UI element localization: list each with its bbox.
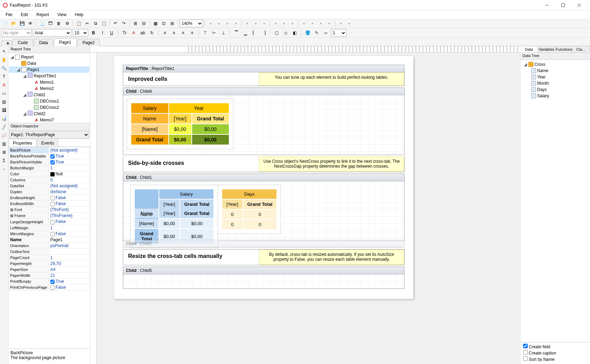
text-tool[interactable]: T xyxy=(1,74,7,80)
ct1-name[interactable]: Name xyxy=(131,114,168,124)
highlight-button[interactable]: ab xyxy=(139,29,147,37)
extra-7-button[interactable]: ▫ xyxy=(260,20,268,27)
band-child2-hidden[interactable]: Child : Child2 xyxy=(123,240,405,248)
ctb-v1[interactable]: $0,00 xyxy=(159,219,180,228)
extra-9-button[interactable]: ▫ xyxy=(280,20,288,27)
align-right-button[interactable]: ≡ xyxy=(179,29,187,37)
prop-row-dataset[interactable]: DataSet(Not assigned) xyxy=(9,183,90,189)
preview-button[interactable]: 👁 xyxy=(27,20,34,27)
ct1-gt-2[interactable]: $0,00 xyxy=(192,135,229,145)
prop-row-paperheight[interactable]: PaperHeight29,70 xyxy=(9,260,90,266)
prop-row-pagecount[interactable]: PageCount1 xyxy=(9,254,90,260)
extra-14-button[interactable]: ▫ xyxy=(325,20,333,27)
data-field-name[interactable]: Name xyxy=(522,68,589,74)
ct1-year-col[interactable]: [Year] xyxy=(169,114,191,124)
save-button[interactable]: 💾 xyxy=(18,20,26,27)
sigma-tool[interactable]: Σ xyxy=(1,158,7,164)
align-center-button[interactable]: ≡ xyxy=(170,29,178,37)
report-tree[interactable]: ◢Report Data ◢Page1 ◢ReportTitle1 AMemo1… xyxy=(8,53,90,123)
data-field-month[interactable]: Month xyxy=(522,80,589,86)
extra-16-button[interactable]: ▫ xyxy=(345,20,353,27)
cut-button[interactable]: ✂ xyxy=(83,20,91,27)
zoom-tool[interactable]: 🔍 xyxy=(1,65,7,71)
prop-row-endlesswidth[interactable]: EndlessWidthFalse xyxy=(9,201,90,207)
prop-row-columns[interactable]: Columns0 xyxy=(9,177,90,183)
menu-file[interactable]: File xyxy=(2,12,16,18)
prop-row-backpicture[interactable]: BackPicture(Not assigned) xyxy=(9,147,90,153)
undo-button[interactable]: ↶ xyxy=(112,20,119,27)
tree-node-page1[interactable]: ◢Page1 xyxy=(9,66,89,73)
font-color-button[interactable]: A xyxy=(130,29,138,37)
data-field-salary[interactable]: Salary xyxy=(522,93,589,99)
redo-button[interactable]: ↷ xyxy=(120,20,128,27)
new-dialog-button[interactable]: 🗔 xyxy=(47,20,54,27)
align-justify-button[interactable]: ≡ xyxy=(188,29,196,37)
ct1-salary[interactable]: Salary xyxy=(131,103,168,113)
select-tool[interactable]: ↖ xyxy=(1,48,7,55)
cty-v3[interactable]: 0 xyxy=(222,220,243,229)
tab-code[interactable]: Code xyxy=(13,39,33,46)
memo-resize-cells[interactable]: Resize the cross-tab cells manually xyxy=(123,250,259,265)
ctb-salary[interactable]: Salary xyxy=(159,189,213,199)
maximize-button[interactable] xyxy=(555,0,571,10)
align-bottom-button[interactable]: ⊥ xyxy=(219,29,227,37)
prop-row-frame[interactable]: ⊞ Frame(TfrxFrame) xyxy=(9,213,90,219)
tree-node-dbcross1[interactable]: DBCross1 xyxy=(9,98,89,104)
ctb-year[interactable]: [Year] xyxy=(159,200,180,209)
tab-data[interactable]: Data xyxy=(34,39,53,46)
right-tab-data[interactable]: Data xyxy=(520,46,538,52)
copy-button[interactable]: ⧉ xyxy=(92,20,99,27)
data-field-days[interactable]: Days xyxy=(522,86,589,93)
extra-1-button[interactable]: ▫ xyxy=(207,20,215,27)
prop-row-color[interactable]: ColorNull xyxy=(9,171,90,177)
memo-side-by-side[interactable]: Side-by-side crosses xyxy=(123,156,259,172)
prop-row-outlinetext[interactable]: OutlineText xyxy=(9,248,90,254)
ct1-val-2[interactable]: $0,00 xyxy=(192,124,229,134)
cty-v1[interactable]: 0 xyxy=(222,210,243,219)
crosstab-salary-year[interactable]: SalaryYear Name[Year]Grand Total [Name]$… xyxy=(127,99,233,149)
bold-button[interactable]: B xyxy=(90,29,97,37)
memo-side-by-side-note[interactable]: Use Cross object's NextCross property to… xyxy=(259,156,404,172)
prop-row-bottommargin[interactable]: BottomMargin1 xyxy=(9,165,90,171)
picture-tool[interactable]: 🖼 xyxy=(1,107,7,113)
right-tab-variables[interactable]: Variables xyxy=(538,46,555,52)
crosstab-salary-blue[interactable]: Salary [Year]Grand Total Name Name[Year]… xyxy=(130,185,218,248)
hand-tool[interactable]: ✋ xyxy=(1,57,7,63)
extra-6-button[interactable]: ▫ xyxy=(252,20,260,27)
variables-button[interactable]: 📋 xyxy=(75,20,83,27)
prop-row-orientation[interactable]: OrientationpoPortrait xyxy=(9,243,90,248)
ct1-name-row[interactable]: [Name] xyxy=(131,124,168,134)
extra-4-button[interactable]: ▫ xyxy=(232,20,240,27)
frame-shadow-button[interactable]: ◧ xyxy=(291,29,298,37)
zoom-combo[interactable]: 140% xyxy=(180,20,203,27)
band-child4[interactable]: Child : Child4 SalaryYear Name[Year]Gran… xyxy=(123,88,405,155)
report-page[interactable]: ReportTitle : ReportTitle1 Improved cell… xyxy=(114,56,413,299)
font-size-combo[interactable]: 10 xyxy=(73,29,88,37)
check-create-field[interactable]: Create field xyxy=(523,344,587,350)
show-grid-button[interactable]: ▦ xyxy=(152,20,159,27)
open-button[interactable]: 📂 xyxy=(10,20,17,27)
prop-row-printifempty[interactable]: PrintIfEmptyTrue xyxy=(9,278,90,284)
menu-edit[interactable]: Edit xyxy=(17,12,31,18)
fill-color-button[interactable]: 🪣 xyxy=(304,29,311,37)
extra-3-button[interactable]: ▫ xyxy=(224,20,231,27)
ctb-v2[interactable]: $0,00 xyxy=(180,219,214,228)
check-create-caption[interactable]: Create caption xyxy=(523,350,587,356)
band-reporttitle[interactable]: ReportTitle : ReportTitle1 Improved cell… xyxy=(123,65,405,86)
extra-10-button[interactable]: ▫ xyxy=(289,20,296,27)
tree-node-child1[interactable]: ◢Child1 xyxy=(9,92,89,98)
tree-node-data[interactable]: Data xyxy=(9,60,89,66)
other-tool[interactable]: ▫ xyxy=(1,166,7,172)
new-button[interactable]: 📄 xyxy=(1,20,9,27)
prop-row-name[interactable]: NamePage1 xyxy=(9,237,90,243)
ungroup-button[interactable]: ⊟ xyxy=(140,20,148,27)
ct1-gt-row[interactable]: Grand Total xyxy=(131,135,168,145)
rotate-button[interactable]: ↻ xyxy=(148,29,156,37)
frame-color-button[interactable]: ✎ xyxy=(313,29,321,37)
chart-tool[interactable]: 📈 xyxy=(1,132,7,139)
menu-report[interactable]: Report xyxy=(33,12,52,18)
ct1-year[interactable]: Year xyxy=(169,103,229,113)
tree-node-memo1[interactable]: AMemo1 xyxy=(9,79,89,85)
ctb-year-c[interactable]: [Year] xyxy=(159,209,180,218)
frame-none-button[interactable]: ◇ xyxy=(282,29,289,37)
